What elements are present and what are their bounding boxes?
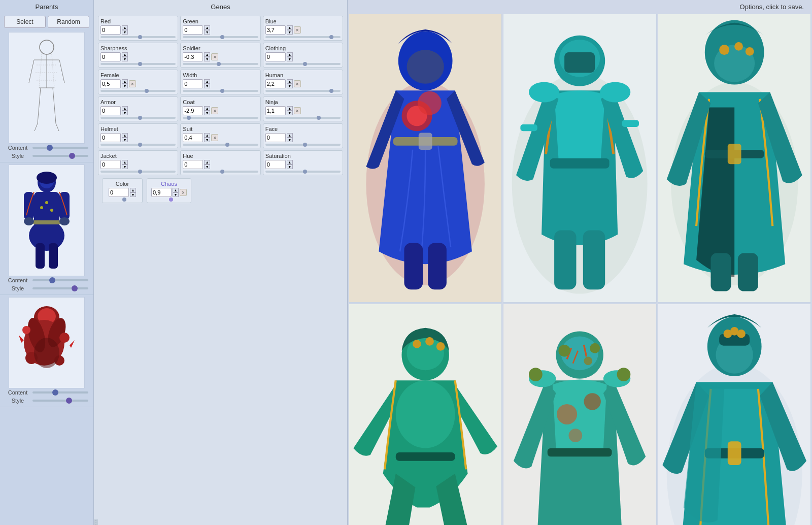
gene-input-soldier[interactable]	[183, 52, 203, 61]
chaos-x-button[interactable]: ×	[180, 189, 187, 196]
gene-slider-green[interactable]	[183, 36, 258, 38]
parent-image-3[interactable]	[9, 297, 85, 388]
gene-spin-down-green[interactable]: ▼	[204, 30, 210, 35]
gene-spin-up-armor[interactable]: ▲	[122, 106, 128, 111]
gene-slider-jacket[interactable]	[100, 171, 176, 173]
gene-spin-down-clothing[interactable]: ▼	[287, 57, 293, 61]
gene-spin-up-human[interactable]: ▲	[287, 79, 293, 84]
gene-spin-down-coat[interactable]: ▼	[204, 111, 210, 115]
gene-spin-down-saturation[interactable]: ▼	[287, 165, 293, 169]
gene-spin-up-soldier[interactable]: ▲	[204, 52, 210, 57]
content-slider-3[interactable]	[32, 391, 88, 393]
gene-slider-saturation[interactable]	[265, 171, 341, 173]
gene-spin-up-green[interactable]: ▲	[204, 25, 210, 30]
gene-input-sharpness[interactable]	[100, 52, 121, 61]
gene-spin-down-female[interactable]: ▼	[122, 84, 128, 88]
gene-x-btn-soldier[interactable]: ×	[211, 53, 218, 60]
gene-x-btn-human[interactable]: ×	[294, 80, 301, 87]
gene-spin-up-jacket[interactable]: ▲	[122, 160, 128, 165]
content-slider-1[interactable]	[32, 147, 88, 149]
image-cell-5[interactable]	[503, 304, 656, 525]
gene-input-female[interactable]	[100, 79, 121, 88]
gene-spin-up-clothing[interactable]: ▲	[287, 52, 293, 57]
gene-spin-down-red[interactable]: ▼	[122, 30, 128, 35]
gene-spin-up-saturation[interactable]: ▲	[287, 160, 293, 165]
parent-image-1[interactable]	[9, 32, 85, 144]
gene-input-saturation[interactable]	[265, 160, 286, 169]
gene-input-suit[interactable]	[183, 133, 203, 142]
gene-input-face[interactable]	[265, 133, 286, 142]
content-slider-thumb-1[interactable]	[47, 145, 53, 151]
gene-slider-thumb-armor[interactable]	[138, 116, 142, 120]
gene-spin-up-coat[interactable]: ▲	[204, 106, 210, 111]
gene-slider-thumb-human[interactable]	[329, 89, 333, 93]
gene-slider-thumb-ninja[interactable]	[317, 116, 321, 120]
gene-input-blue[interactable]	[265, 25, 286, 35]
gene-input-jacket[interactable]	[100, 160, 121, 169]
gene-spin-down-armor[interactable]: ▼	[122, 111, 128, 115]
parent-item-3[interactable]: Content Style	[0, 295, 93, 407]
gene-slider-thumb-saturation[interactable]	[303, 170, 307, 174]
image-cell-4[interactable]	[349, 304, 502, 525]
gene-spin-up-suit[interactable]: ▲	[204, 133, 210, 138]
genes-scroll-area[interactable]: Red ▲ ▼ Green ▲ ▼	[94, 14, 347, 519]
gene-input-hue[interactable]	[183, 160, 203, 169]
gene-slider-thumb-face[interactable]	[303, 143, 307, 147]
parent-image-2[interactable]	[9, 165, 85, 276]
parent-item-2[interactable]: Content Style	[0, 162, 93, 295]
gene-input-green[interactable]	[183, 25, 203, 35]
gene-slider-face[interactable]	[265, 144, 341, 146]
gene-input-helmet[interactable]	[100, 133, 121, 142]
style-slider-thumb-3[interactable]	[66, 398, 72, 404]
gene-slider-clothing[interactable]	[265, 63, 341, 65]
gene-spin-down-face[interactable]: ▼	[287, 138, 293, 142]
gene-spin-up-helmet[interactable]: ▲	[122, 133, 128, 138]
chaos-spin-up[interactable]: ▲	[173, 188, 179, 192]
gene-slider-thumb-coat[interactable]	[187, 116, 191, 120]
style-slider-2[interactable]	[32, 287, 88, 289]
gene-slider-thumb-clothing[interactable]	[303, 62, 307, 66]
gene-spin-down-human[interactable]: ▼	[287, 84, 293, 88]
gene-spin-up-sharpness[interactable]: ▲	[122, 52, 128, 57]
gene-spin-up-face[interactable]: ▲	[287, 133, 293, 138]
gene-slider-armor[interactable]	[100, 117, 176, 119]
content-slider-2[interactable]	[32, 279, 88, 281]
gene-slider-thumb-red[interactable]	[138, 35, 142, 39]
gene-slider-thumb-blue[interactable]	[329, 35, 333, 39]
gene-x-btn-female[interactable]: ×	[129, 80, 136, 87]
gene-spin-down-ninja[interactable]: ▼	[287, 111, 293, 115]
style-slider-3[interactable]	[32, 400, 88, 402]
gene-input-coat[interactable]	[183, 106, 203, 115]
color-spin-up[interactable]: ▲	[130, 188, 136, 192]
gene-x-btn-ninja[interactable]: ×	[294, 107, 301, 114]
gene-slider-human[interactable]	[265, 90, 341, 92]
gene-slider-thumb-helmet[interactable]	[138, 143, 142, 147]
gene-slider-blue[interactable]	[265, 36, 341, 38]
random-button[interactable]: Random	[48, 16, 89, 28]
panel-divider[interactable]: ⋮	[94, 519, 98, 525]
gene-slider-thumb-hue[interactable]	[220, 170, 224, 174]
gene-slider-suit[interactable]	[183, 144, 258, 146]
gene-spin-up-hue[interactable]: ▲	[204, 160, 210, 165]
color-input[interactable]	[109, 188, 129, 197]
gene-slider-ninja[interactable]	[265, 117, 341, 119]
gene-slider-thumb-soldier[interactable]	[217, 62, 221, 66]
gene-spin-down-hue[interactable]: ▼	[204, 165, 210, 169]
gene-spin-down-blue[interactable]: ▼	[287, 30, 293, 35]
gene-slider-helmet[interactable]	[100, 144, 176, 146]
gene-spin-down-width[interactable]: ▼	[204, 84, 210, 88]
gene-x-btn-coat[interactable]: ×	[211, 107, 218, 114]
gene-slider-thumb-green[interactable]	[220, 35, 224, 39]
gene-slider-thumb-female[interactable]	[145, 89, 149, 93]
gene-slider-thumb-width[interactable]	[220, 89, 224, 93]
content-slider-thumb-3[interactable]	[52, 389, 58, 396]
gene-spin-down-jacket[interactable]: ▼	[122, 165, 128, 169]
color-slider-thumb[interactable]	[122, 198, 126, 202]
gene-input-red[interactable]	[100, 25, 121, 35]
gene-slider-hue[interactable]	[183, 171, 258, 173]
gene-input-human[interactable]	[265, 79, 286, 88]
color-spin-down[interactable]: ▼	[130, 192, 136, 197]
gene-slider-red[interactable]	[100, 36, 176, 38]
gene-input-ninja[interactable]	[265, 106, 286, 115]
gene-input-clothing[interactable]	[265, 52, 286, 61]
